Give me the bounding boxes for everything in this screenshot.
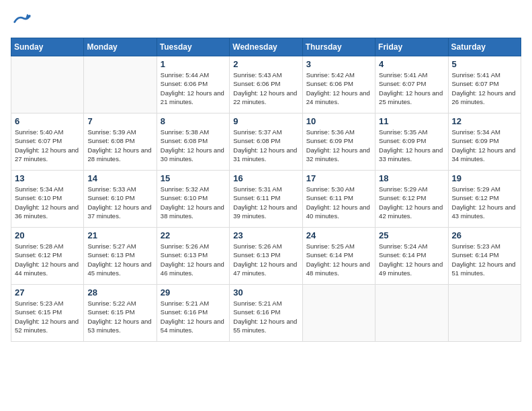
calendar-cell: 25Sunrise: 5:24 AMSunset: 6:14 PMDayligh… — [375, 228, 448, 285]
calendar-cell — [375, 285, 448, 342]
day-number: 22 — [161, 230, 226, 240]
calendar-cell: 22Sunrise: 5:26 AMSunset: 6:13 PMDayligh… — [157, 228, 229, 285]
day-number: 5 — [452, 59, 517, 69]
day-header-monday: Monday — [84, 38, 157, 56]
calendar-cell: 9Sunrise: 5:37 AMSunset: 6:08 PMDaylight… — [230, 113, 302, 171]
day-header-saturday: Saturday — [448, 38, 521, 56]
day-number: 28 — [87, 287, 152, 298]
day-number: 17 — [306, 173, 371, 183]
calendar-header-row: SundayMondayTuesdayWednesdayThursdayFrid… — [11, 38, 521, 56]
day-number: 14 — [87, 173, 152, 183]
day-number: 16 — [233, 173, 298, 183]
calendar-cell: 15Sunrise: 5:32 AMSunset: 6:10 PMDayligh… — [157, 171, 229, 228]
calendar-week-1: 1Sunrise: 5:44 AMSunset: 6:06 PMDaylight… — [11, 56, 521, 113]
logo — [11, 11, 31, 30]
calendar-cell: 28Sunrise: 5:22 AMSunset: 6:15 PMDayligh… — [84, 285, 157, 342]
day-info: Sunrise: 5:34 AMSunset: 6:10 PMDaylight:… — [15, 185, 80, 220]
day-number: 18 — [379, 173, 444, 183]
day-number: 7 — [87, 116, 152, 126]
calendar-cell: 27Sunrise: 5:23 AMSunset: 6:15 PMDayligh… — [11, 285, 84, 342]
day-header-tuesday: Tuesday — [157, 38, 229, 56]
day-info: Sunrise: 5:27 AMSunset: 6:13 PMDaylight:… — [87, 242, 152, 277]
day-info: Sunrise: 5:34 AMSunset: 6:09 PMDaylight:… — [452, 128, 517, 163]
day-info: Sunrise: 5:28 AMSunset: 6:12 PMDaylight:… — [15, 242, 80, 277]
calendar-week-4: 20Sunrise: 5:28 AMSunset: 6:12 PMDayligh… — [11, 228, 521, 285]
calendar-cell: 1Sunrise: 5:44 AMSunset: 6:06 PMDaylight… — [157, 56, 229, 113]
day-number: 15 — [161, 173, 226, 183]
day-header-thursday: Thursday — [302, 38, 375, 56]
day-number: 12 — [452, 116, 517, 126]
day-number: 25 — [379, 230, 444, 240]
day-info: Sunrise: 5:44 AMSunset: 6:06 PMDaylight:… — [161, 71, 226, 106]
day-number: 30 — [233, 287, 298, 298]
day-number: 29 — [161, 287, 226, 298]
day-info: Sunrise: 5:24 AMSunset: 6:14 PMDaylight:… — [379, 242, 444, 277]
day-number: 3 — [306, 59, 371, 69]
day-info: Sunrise: 5:31 AMSunset: 6:11 PMDaylight:… — [233, 185, 298, 220]
day-info: Sunrise: 5:35 AMSunset: 6:09 PMDaylight:… — [379, 128, 444, 163]
day-info: Sunrise: 5:23 AMSunset: 6:15 PMDaylight:… — [15, 299, 80, 334]
day-number: 1 — [161, 59, 226, 69]
day-info: Sunrise: 5:43 AMSunset: 6:06 PMDaylight:… — [233, 71, 298, 106]
day-number: 19 — [452, 173, 517, 183]
day-number: 21 — [87, 230, 152, 240]
calendar-cell: 6Sunrise: 5:40 AMSunset: 6:07 PMDaylight… — [11, 113, 84, 171]
day-info: Sunrise: 5:39 AMSunset: 6:08 PMDaylight:… — [87, 128, 152, 163]
calendar-cell: 3Sunrise: 5:42 AMSunset: 6:06 PMDaylight… — [302, 56, 375, 113]
day-info: Sunrise: 5:32 AMSunset: 6:10 PMDaylight:… — [161, 185, 226, 220]
calendar-cell: 23Sunrise: 5:26 AMSunset: 6:13 PMDayligh… — [230, 228, 302, 285]
calendar-cell: 30Sunrise: 5:21 AMSunset: 6:16 PMDayligh… — [230, 285, 302, 342]
day-number: 24 — [306, 230, 371, 240]
day-info: Sunrise: 5:23 AMSunset: 6:14 PMDaylight:… — [452, 242, 517, 277]
calendar-cell: 11Sunrise: 5:35 AMSunset: 6:09 PMDayligh… — [375, 113, 448, 171]
day-info: Sunrise: 5:26 AMSunset: 6:13 PMDaylight:… — [161, 242, 226, 277]
day-number: 9 — [233, 116, 298, 126]
calendar-cell: 19Sunrise: 5:29 AMSunset: 6:12 PMDayligh… — [448, 171, 521, 228]
day-number: 10 — [306, 116, 371, 126]
logo-icon — [12, 11, 31, 30]
day-info: Sunrise: 5:25 AMSunset: 6:14 PMDaylight:… — [306, 242, 371, 277]
calendar-cell — [448, 285, 521, 342]
day-number: 26 — [452, 230, 517, 240]
day-number: 2 — [233, 59, 298, 69]
day-info: Sunrise: 5:36 AMSunset: 6:09 PMDaylight:… — [306, 128, 371, 163]
calendar-cell: 24Sunrise: 5:25 AMSunset: 6:14 PMDayligh… — [302, 228, 375, 285]
day-info: Sunrise: 5:29 AMSunset: 6:12 PMDaylight:… — [452, 185, 517, 220]
calendar-cell: 5Sunrise: 5:41 AMSunset: 6:07 PMDaylight… — [448, 56, 521, 113]
day-number: 13 — [15, 173, 80, 183]
day-info: Sunrise: 5:30 AMSunset: 6:11 PMDaylight:… — [306, 185, 371, 220]
page-header — [11, 11, 521, 30]
day-info: Sunrise: 5:40 AMSunset: 6:07 PMDaylight:… — [15, 128, 80, 163]
calendar-cell: 18Sunrise: 5:29 AMSunset: 6:12 PMDayligh… — [375, 171, 448, 228]
calendar-cell: 17Sunrise: 5:30 AMSunset: 6:11 PMDayligh… — [302, 171, 375, 228]
calendar-cell: 20Sunrise: 5:28 AMSunset: 6:12 PMDayligh… — [11, 228, 84, 285]
calendar-cell: 10Sunrise: 5:36 AMSunset: 6:09 PMDayligh… — [302, 113, 375, 171]
day-info: Sunrise: 5:21 AMSunset: 6:16 PMDaylight:… — [161, 299, 226, 334]
day-info: Sunrise: 5:42 AMSunset: 6:06 PMDaylight:… — [306, 71, 371, 106]
day-number: 27 — [15, 287, 80, 298]
calendar-cell: 13Sunrise: 5:34 AMSunset: 6:10 PMDayligh… — [11, 171, 84, 228]
day-header-wednesday: Wednesday — [230, 38, 302, 56]
day-number: 4 — [379, 59, 444, 69]
calendar-cell — [84, 56, 157, 113]
calendar-cell: 8Sunrise: 5:38 AMSunset: 6:08 PMDaylight… — [157, 113, 229, 171]
day-number: 6 — [15, 116, 80, 126]
calendar-cell — [302, 285, 375, 342]
day-info: Sunrise: 5:26 AMSunset: 6:13 PMDaylight:… — [233, 242, 298, 277]
day-info: Sunrise: 5:21 AMSunset: 6:16 PMDaylight:… — [233, 299, 298, 334]
day-header-friday: Friday — [375, 38, 448, 56]
calendar-cell: 16Sunrise: 5:31 AMSunset: 6:11 PMDayligh… — [230, 171, 302, 228]
day-number: 11 — [379, 116, 444, 126]
calendar-cell: 14Sunrise: 5:33 AMSunset: 6:10 PMDayligh… — [84, 171, 157, 228]
calendar-cell — [11, 56, 84, 113]
day-info: Sunrise: 5:38 AMSunset: 6:08 PMDaylight:… — [161, 128, 226, 163]
day-header-sunday: Sunday — [11, 38, 84, 56]
day-info: Sunrise: 5:22 AMSunset: 6:15 PMDaylight:… — [87, 299, 152, 334]
calendar-table: SundayMondayTuesdayWednesdayThursdayFrid… — [11, 38, 521, 342]
day-number: 20 — [15, 230, 80, 240]
day-number: 8 — [161, 116, 226, 126]
calendar-cell: 2Sunrise: 5:43 AMSunset: 6:06 PMDaylight… — [230, 56, 302, 113]
day-number: 23 — [233, 230, 298, 240]
calendar-week-3: 13Sunrise: 5:34 AMSunset: 6:10 PMDayligh… — [11, 171, 521, 228]
day-info: Sunrise: 5:33 AMSunset: 6:10 PMDaylight:… — [87, 185, 152, 220]
